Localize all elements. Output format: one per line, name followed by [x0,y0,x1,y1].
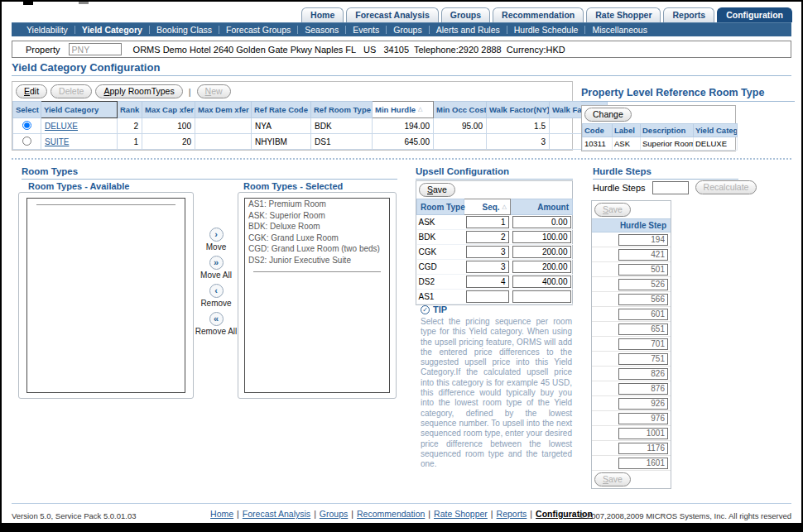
title-rule [12,75,791,76]
footer-link-forecast-analysis[interactable]: Forecast Analysis [243,509,310,519]
subnav-item-alerts-and-rules[interactable]: Alerts and Rules [430,25,507,35]
subnav-item-booking-class[interactable]: Booking Class [150,25,219,35]
amount-input-as1[interactable] [512,290,571,303]
remove-all-button[interactable]: « [209,312,224,326]
edit-button[interactable]: Edit [16,84,47,98]
available-room-types-panel [18,192,194,399]
yield-col-header-label: Min Hurdle [375,105,416,114]
hurdle-step-input-10[interactable] [618,383,668,395]
sort-ascending-icon: △ [502,204,507,209]
hurdle-step-input-1[interactable] [618,249,668,261]
seq-input-cgd[interactable] [466,261,509,273]
amount-input-cgk[interactable] [512,246,571,258]
seq-input-cgk[interactable] [466,246,509,258]
hurdle-step-input-3[interactable] [618,279,668,290]
room-type-option-cgk[interactable]: CGK: Grand Luxe Room [245,232,389,244]
yield-category-link-suite[interactable]: SUITE [45,137,69,146]
seq-input-ask[interactable] [466,216,509,228]
apply-roomtypes-button[interactable]: Apply RoomTypes [95,84,182,98]
hurdle-step-row [592,322,671,337]
tab-home[interactable]: Home [301,7,344,22]
orms-app-window: HomeForecast AnalysisGroupsRecommendatio… [0,0,803,532]
subnav-item-hurdle-schedule[interactable]: Hurdle Schedule [507,25,585,35]
amount-input-ds2[interactable] [512,276,571,288]
amount-input-bdk[interactable] [512,231,571,243]
yield-col-header-min-hurdle[interactable]: Min Hurdle△ [373,102,434,118]
footer-link-reports[interactable]: Reports [497,509,527,519]
upsell-save-button[interactable]: Save [419,183,455,197]
yield-toolbar: Edit Delete Apply RoomTypes | New [12,82,572,101]
new-button-label: New [205,86,223,96]
ref-description-value: Superior Room [641,137,694,151]
select-radio-deluxe[interactable] [22,121,31,130]
footer-link-rate-shopper[interactable]: Rate Shopper [434,509,488,519]
tab-rate-shopper[interactable]: Rate Shopper [586,7,661,22]
yield-category-link-deluxe[interactable]: DELUXE [45,122,78,131]
hurdle-step-row [592,247,671,262]
hurdle-step-input-4[interactable] [618,294,668,305]
hurdle-save-button-top[interactable]: Save [594,203,631,217]
amount-input-cgd[interactable] [512,261,571,273]
footer-link-groups[interactable]: Groups [320,509,348,519]
selected-room-types-listbox[interactable]: AS1: Premium RoomASK: Superior RoomBDK: … [244,198,390,393]
subnav-item-groups[interactable]: Groups [387,25,428,35]
tab-forecast-analysis[interactable]: Forecast Analysis [346,7,439,22]
hurdle-step-input-12[interactable] [618,413,668,424]
move-button[interactable]: › [209,228,224,242]
hurdle-step-input-8[interactable] [618,353,668,365]
tab-reports[interactable]: Reports [663,7,714,22]
remove-button[interactable]: ‹ [209,284,224,298]
footer-link-recommendation[interactable]: Recommendation [357,509,425,519]
hurdle-step-input-9[interactable] [618,368,668,380]
hurdle-step-input-7[interactable] [618,338,668,350]
delete-button[interactable]: Delete [50,84,92,98]
cell-yield-category: SUITE [41,134,118,150]
change-button[interactable]: Change [584,108,632,122]
shuttle-controls: ›Move»Move All‹Remove«Remove All [195,228,238,340]
subnav-item-miscellaneous[interactable]: Miscellaneous [585,25,654,35]
hurdle-step-input-2[interactable] [618,264,668,276]
hurdle-step-input-13[interactable] [618,428,668,439]
room-type-option-ds2[interactable]: DS2: Junior Executive Suite [245,255,389,266]
property-input[interactable] [69,43,122,55]
seq-input-ds2[interactable] [466,276,509,288]
subnav-item-forecast-groups[interactable]: Forecast Groups [219,25,297,35]
yield-col-header-yield-category: Yield Category [41,102,118,118]
tab-groups[interactable]: Groups [441,7,490,22]
hurdle-step-row [592,396,671,411]
amount-input-ask[interactable] [512,216,571,228]
seq-input-as1[interactable] [466,290,509,303]
cell-ref-room-type: DS1 [311,134,373,150]
subnav-item-yield-category[interactable]: Yield Category [75,25,149,35]
seq-input-bdk[interactable] [466,231,509,243]
taskbar-strip [2,523,801,530]
hurdle-step-input-0[interactable] [618,234,668,246]
footer-link-home[interactable]: Home [210,509,233,519]
reference-toolbar: Change [582,106,735,123]
hurdle-save-button-bottom[interactable]: Save [594,472,631,486]
hurdle-step-input-14[interactable] [618,443,668,454]
subnav-item-yieldability[interactable]: Yieldability [20,25,75,35]
new-button[interactable]: New [197,84,231,98]
room-type-option-bdk[interactable]: BDK: Deluxe Room [245,221,389,232]
hurdle-step-input-15[interactable] [618,458,668,469]
hurdle-toolbar-top: Save [592,201,671,218]
subnav-item-events[interactable]: Events [346,25,386,35]
tab-recommendation[interactable]: Recommendation [493,7,584,22]
hurdle-step-input-5[interactable] [618,309,668,320]
room-type-option-cgd[interactable]: CGD: Grand Luxe Room (two beds) [245,243,389,255]
yield-col-header-max-cap-xfer: Max Cap xfer [142,102,195,118]
recalculate-button[interactable]: Recalculate [695,180,757,194]
hurdle-step-input-11[interactable] [618,398,668,410]
room-type-option-as1[interactable]: AS1: Premium Room [245,199,389,210]
upsell-col-header-seq[interactable]: Seq.△ [464,199,511,215]
room-type-option-ask[interactable]: ASK: Superior Room [245,210,389,222]
subnav-item-seasons[interactable]: Seasons [298,25,345,35]
tab-configuration[interactable]: Configuration [717,7,792,22]
available-room-types-listbox[interactable] [26,198,185,393]
move-all-button[interactable]: » [209,256,224,270]
cell-ref-rate-code: NHYIBM [252,134,311,150]
select-radio-suite[interactable] [22,137,31,146]
hurdle-steps-count-input[interactable] [652,181,689,194]
hurdle-step-input-6[interactable] [618,324,668,335]
